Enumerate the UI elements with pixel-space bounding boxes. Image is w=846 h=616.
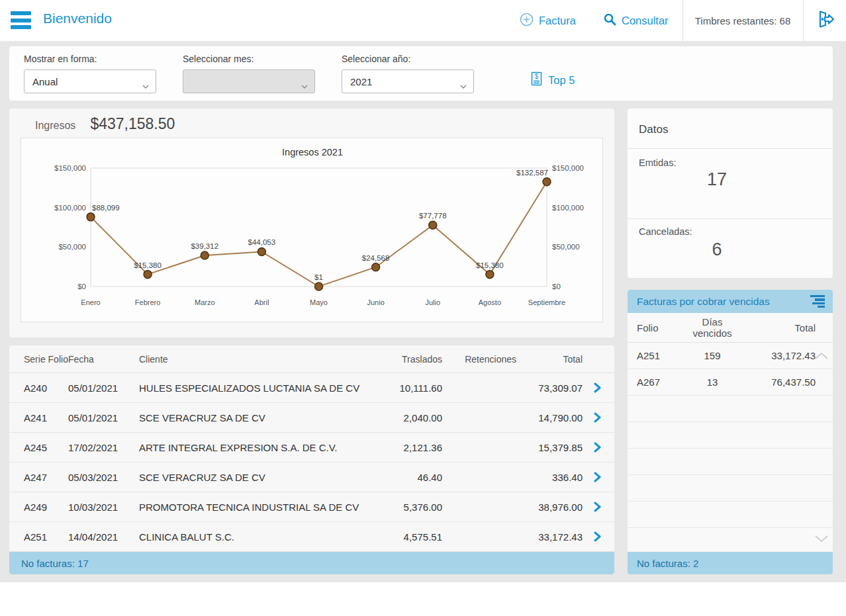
svg-text:Julio: Julio — [425, 298, 440, 306]
timbres-restantes: Timbres restantes: 68 — [682, 0, 803, 41]
datos-title: Datos — [639, 123, 668, 136]
logout-door-icon — [814, 9, 835, 32]
svg-text:Agosto: Agosto — [479, 298, 501, 306]
filter-panel: Mostrar en forma: Anual Seleccionar mes:… — [9, 46, 833, 101]
cell-traslados: 2,121.36 — [369, 442, 442, 453]
cell-total: 14,790.00 — [516, 412, 583, 423]
row-chevron-right-icon[interactable] — [583, 442, 612, 453]
vencidas-title: Facturas por cobrar vencidas — [637, 296, 770, 308]
col-retenciones: Retenciones — [442, 354, 516, 365]
svg-text:Marzo: Marzo — [195, 298, 215, 306]
cell-cliente: PROMOTORA TECNICA INDUSTRIAL SA DE CV — [139, 502, 369, 513]
empty-row — [628, 449, 833, 475]
seleccionar-anio-select[interactable]: 2021 — [342, 69, 474, 93]
svg-text:$77,778: $77,778 — [419, 212, 447, 220]
cell-total: 33,172.43 — [741, 350, 816, 361]
empty-row — [628, 422, 833, 449]
row-chevron-right-icon[interactable] — [583, 502, 612, 512]
table-row[interactable]: A24705/03/2021SCE VERACRUZ SA DE CV46.40… — [9, 462, 614, 492]
seleccionar-mes-select[interactable] — [183, 69, 315, 93]
ingresos-line-chart: Ingresos 2021$0$0$50,000$50,000$100,000$… — [21, 138, 603, 322]
top5-label: Top 5 — [548, 74, 575, 87]
seleccionar-anio-label: Seleccionar año: — [342, 54, 474, 64]
cell-fecha: 05/03/2021 — [68, 472, 139, 483]
invoice-table-card: Serie Folio Fecha Cliente Traslados Rete… — [9, 345, 614, 574]
svg-text:$44,053: $44,053 — [248, 238, 276, 246]
cell-dias: 159 — [683, 350, 741, 361]
factura-button[interactable]: Factura — [520, 0, 576, 41]
page-title: Bienvenido — [43, 11, 112, 26]
cell-total: 76,437.50 — [741, 376, 816, 388]
vencidas-row[interactable]: A2671376,437.50 — [628, 369, 833, 396]
vencidas-card: Facturas por cobrar vencidas Folio Días … — [628, 290, 833, 574]
svg-text:$1: $1 — [314, 273, 323, 281]
mostrar-en-forma-select[interactable]: Anual — [24, 69, 156, 93]
cell-dias: 13 — [683, 376, 741, 388]
svg-text:$150,000: $150,000 — [552, 164, 584, 172]
logout-button[interactable] — [803, 0, 846, 41]
svg-text:$100,000: $100,000 — [552, 204, 584, 212]
scroll-up-icon[interactable] — [814, 351, 829, 363]
col-fecha: Fecha — [68, 354, 139, 365]
row-chevron-right-icon[interactable] — [583, 531, 612, 542]
svg-text:$15,380: $15,380 — [134, 261, 162, 269]
cell-cliente: HULES ESPECIALIZADOS LUCTANIA SA DE CV — [139, 382, 369, 394]
table-row[interactable]: A24517/02/2021ARTE INTEGRAL EXPRESION S.… — [9, 433, 614, 462]
cell-fecha: 14/04/2021 — [68, 531, 139, 543]
svg-text:Ingresos 2021: Ingresos 2021 — [282, 147, 343, 157]
col-folio: Folio — [637, 322, 683, 333]
row-chevron-right-icon[interactable] — [583, 382, 612, 393]
cell-folio: A267 — [637, 376, 683, 388]
cell-total: 33,172.43 — [516, 531, 583, 543]
col-cliente: Cliente — [139, 354, 369, 365]
list-menu-icon[interactable] — [810, 295, 825, 308]
top5-link[interactable]: $ Top 5 — [531, 71, 575, 89]
consultar-button[interactable]: Consultar — [604, 0, 669, 41]
cell-fecha: 05/01/2021 — [68, 382, 139, 394]
vencidas-title-bar: Facturas por cobrar vencidas — [628, 290, 833, 313]
emitidas-value: 17 — [628, 169, 806, 190]
cell-cliente: SCE VERACRUZ SA DE CV — [139, 412, 369, 423]
canceladas-label: Canceladas: — [639, 226, 692, 237]
row-chevron-right-icon[interactable] — [583, 412, 612, 423]
table-row[interactable]: A25114/04/2021CLINICA BALUT S.C.4,575.51… — [9, 522, 614, 552]
emitidas-label: Emtidas: — [639, 157, 676, 168]
cell-fecha: 17/02/2021 — [68, 442, 139, 453]
ingresos-label: Ingresos — [35, 120, 75, 132]
ingresos-total-value: $437,158.50 — [90, 115, 175, 133]
svg-text:$39,312: $39,312 — [191, 242, 218, 250]
table-row[interactable]: A24105/01/2021SCE VERACRUZ SA DE CV2,040… — [9, 403, 614, 433]
cell-total: 73,309.07 — [516, 382, 583, 394]
col-traslados: Traslados — [369, 354, 442, 365]
svg-text:$150,000: $150,000 — [54, 164, 86, 172]
cell-serie: A245 — [24, 442, 68, 453]
divider — [628, 218, 833, 219]
table-row[interactable]: A24910/03/2021PROMOTORA TECNICA INDUSTRI… — [9, 492, 614, 522]
cell-cliente: CLINICA BALUT S.C. — [139, 531, 369, 543]
col-total: Total — [516, 354, 583, 365]
ingresos-chart-card: Ingresos $437,158.50 Ingresos 2021$0$0$5… — [9, 109, 614, 337]
vencidas-row[interactable]: A25115933,172.43 — [628, 343, 833, 369]
canceladas-value: 6 — [628, 240, 806, 260]
table-row[interactable]: A24005/01/2021HULES ESPECIALIZADOS LUCTA… — [9, 373, 614, 403]
svg-text:Abril: Abril — [254, 298, 269, 306]
invoice-document-icon: $ — [531, 71, 542, 89]
scroll-down-icon[interactable] — [814, 533, 829, 545]
cell-serie: A241 — [24, 412, 68, 423]
chevron-down-icon — [301, 79, 308, 91]
cell-serie: A240 — [24, 382, 68, 394]
factura-label: Factura — [539, 15, 576, 27]
svg-text:Febrero: Febrero — [135, 298, 161, 306]
invoice-table-header: Serie Folio Fecha Cliente Traslados Rete… — [9, 345, 614, 373]
col-dias-vencidos: Días vencidos — [683, 316, 741, 339]
svg-text:$50,000: $50,000 — [552, 243, 580, 251]
chevron-down-icon — [142, 79, 149, 91]
cell-traslados: 5,376.00 — [369, 502, 442, 513]
row-chevron-right-icon[interactable] — [583, 472, 612, 482]
invoice-table-body: A24005/01/2021HULES ESPECIALIZADOS LUCTA… — [9, 373, 614, 552]
svg-text:Junio: Junio — [367, 298, 384, 306]
svg-text:$88,099: $88,099 — [92, 204, 120, 212]
empty-row — [628, 475, 833, 502]
top-bar: Bienvenido Factura Consultar Timbres res… — [0, 0, 846, 41]
hamburger-menu-icon[interactable] — [11, 11, 31, 29]
